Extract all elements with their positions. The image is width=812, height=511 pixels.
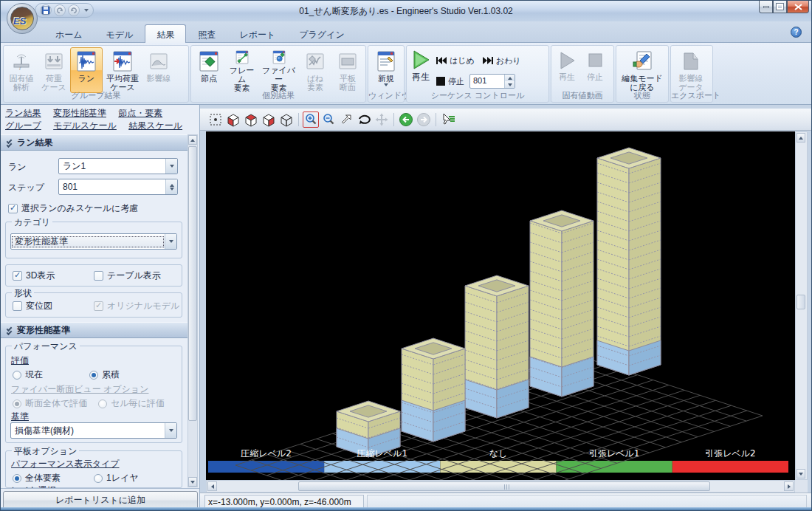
panel-link-model-scale[interactable]: モデルスケール — [53, 120, 117, 132]
pan-button[interactable] — [374, 112, 390, 128]
group-label: グループ結果 — [4, 90, 188, 101]
scroll-right-button[interactable] — [784, 481, 794, 491]
status-spacer-cell — [367, 495, 807, 508]
ribbon-button-spring-element[interactable]: ばね 要素 — [299, 47, 331, 93]
view-top-button[interactable] — [243, 112, 259, 128]
scroll-up-button[interactable] — [188, 135, 197, 145]
combo-dropdown-icon[interactable] — [165, 423, 176, 438]
basis-combobox[interactable]: 損傷基準(鋼材) — [10, 422, 177, 439]
view-isometric-button[interactable] — [278, 112, 295, 128]
ribbon-button-frame-element[interactable]: フレーム 要素 — [225, 47, 258, 93]
scroll-left-icon — [211, 484, 214, 489]
checkbox-table-display[interactable]: テーブル表示 — [94, 270, 161, 282]
scrollbar-corner — [795, 480, 808, 493]
horizontal-scrollbar-thumb[interactable] — [298, 481, 710, 491]
viewport-vertical-scrollbar[interactable] — [795, 131, 808, 480]
radio-current[interactable]: 現在 — [13, 368, 43, 381]
checkbox-original-model[interactable]: オリジナルモデル — [94, 300, 179, 312]
scroll-up-button[interactable] — [796, 133, 805, 143]
checkbox-icon — [8, 204, 18, 213]
basis-label: 基準 — [11, 411, 29, 423]
eigenvalue-analysis-icon: f — [10, 49, 33, 73]
scroll-left-button[interactable] — [207, 481, 217, 491]
window-controls — [759, 1, 809, 13]
panel-link-run-results[interactable]: ラン結果 — [5, 107, 41, 120]
ribbon-button-load-case[interactable]: 荷重 ケース — [38, 47, 70, 93]
radio-per-cell[interactable]: セル毎に評価 — [98, 397, 165, 410]
minimize-icon — [763, 6, 769, 8]
view-front-button[interactable] — [225, 112, 241, 128]
select-cursor-button[interactable] — [440, 112, 456, 128]
panel-link-result-scale[interactable]: 結果スケール — [128, 120, 182, 132]
step-spin-buttons[interactable] — [504, 75, 515, 88]
ribbon-button-influence-line[interactable]: 影響線 — [142, 47, 175, 93]
scroll-down-button[interactable] — [796, 469, 805, 479]
panel-nav-row2: グループ モデルスケール 結果スケール — [5, 120, 192, 132]
panel-link-node-element[interactable]: 節点・要素 — [118, 107, 162, 120]
ribbon-group-group-results: f 固有値 解析 荷重 ケース — [3, 45, 189, 103]
panel-link-deform-criteria[interactable]: 変形性能基準 — [53, 107, 106, 120]
view-side-button[interactable] — [261, 112, 277, 128]
ribbon-button-eigen-stop[interactable]: 停止 — [581, 47, 609, 93]
3d-scene[interactable]: 圧縮レベル2圧縮レベル1なし引張レベル1引張レベル2 — [206, 131, 795, 480]
radio-cumulative[interactable]: 累積 — [89, 368, 120, 381]
combo-dropdown-icon[interactable] — [165, 234, 176, 249]
app-menu-button[interactable]: ES — [7, 3, 38, 34]
sequence-stop-button[interactable]: 停止 — [433, 75, 467, 88]
panel-scrollbar-thumb[interactable] — [188, 146, 197, 421]
zoom-out-button[interactable] — [320, 112, 337, 128]
checkbox-3d-display[interactable]: 3D表示 — [13, 270, 55, 282]
wireframe-cube-icon — [279, 112, 294, 127]
view-back-button[interactable] — [398, 112, 414, 128]
run-combobox[interactable]: ラン1 — [58, 158, 178, 174]
combo-dropdown-icon[interactable] — [165, 159, 177, 174]
spin-up-icon — [508, 77, 512, 80]
group-label: 固有値動画 — [551, 90, 613, 101]
panel-link-group[interactable]: グループ — [5, 120, 41, 132]
zoom-in-button[interactable] — [303, 112, 319, 128]
vertical-scrollbar-thumb[interactable] — [796, 295, 805, 309]
sequence-end-button[interactable]: おわり — [480, 55, 523, 67]
ribbon-button-return-edit-mode[interactable]: 編集モード に戻る — [618, 47, 667, 93]
section-header-deform-criteria[interactable]: 変形性能基準 — [1, 322, 187, 338]
section-header-run-results[interactable]: ラン結果 — [1, 134, 187, 151]
viewport-horizontal-scrollbar[interactable] — [206, 480, 795, 493]
3d-viewport[interactable]: 圧縮レベル2圧縮レベル1なし引張レベル1引張レベル2 — [206, 131, 795, 480]
fit-extents-button[interactable] — [207, 112, 224, 128]
ribbon-button-new-window[interactable]: 新規 — [370, 47, 402, 93]
help-button[interactable]: ? — [791, 27, 802, 38]
checkbox-scale-selected-run[interactable]: 選択ランのみスケールに考慮 — [8, 202, 138, 215]
ribbon-button-influence-data[interactable]: 影響線 データ — [672, 47, 709, 93]
ribbon-group-export: 影響線 データ エクスポート — [670, 45, 713, 103]
scroll-down-button[interactable] — [188, 477, 197, 487]
step-spin-buttons[interactable] — [165, 179, 177, 194]
rotate-view-button[interactable] — [356, 112, 372, 128]
ribbon-button-eigen-play[interactable]: 再生 — [553, 47, 581, 93]
ribbon-button-run[interactable]: ラン — [70, 47, 103, 93]
step-spinner[interactable]: 801 — [58, 179, 178, 195]
sequence-begin-button[interactable]: はじめ — [433, 55, 477, 67]
collapse-chevron-icon — [7, 140, 12, 146]
spin-down-icon — [170, 188, 174, 191]
ribbon-button-node[interactable]: 節点 — [193, 47, 225, 93]
radio-whole-element[interactable]: 全体要素 — [13, 472, 61, 484]
radio-whole-section[interactable]: 断面全体で評価 — [13, 397, 87, 410]
ribbon-button-fiber-element[interactable]: ファイバー 要素 — [258, 47, 299, 93]
close-button[interactable] — [787, 1, 809, 13]
checkbox-displacement[interactable]: 変位図 — [13, 300, 52, 312]
sequence-step-input[interactable]: 801 — [469, 74, 515, 89]
radio-icon — [94, 474, 103, 483]
panel-scrollbar[interactable] — [187, 134, 198, 487]
radio-one-layer[interactable]: 1レイヤ — [94, 472, 139, 484]
ribbon-button-eigenvalue-analysis[interactable]: f 固有値 解析 — [5, 47, 38, 93]
ribbon-button-average-load-case[interactable]: 平均荷重 ケース — [103, 47, 142, 93]
view-forward-button[interactable] — [416, 112, 432, 128]
minimize-button[interactable] — [759, 1, 773, 13]
maximize-button[interactable] — [773, 1, 787, 13]
zoom-window-button[interactable] — [338, 112, 354, 128]
panel-separator — [1, 488, 200, 489]
ribbon-button-plate-section[interactable]: 平板 断面 — [331, 47, 364, 93]
category-combobox[interactable]: 変形性能基準 — [10, 233, 177, 250]
evaluation-label: 評価 — [11, 354, 29, 367]
sequence-play-button[interactable]: 再生 — [410, 49, 432, 91]
